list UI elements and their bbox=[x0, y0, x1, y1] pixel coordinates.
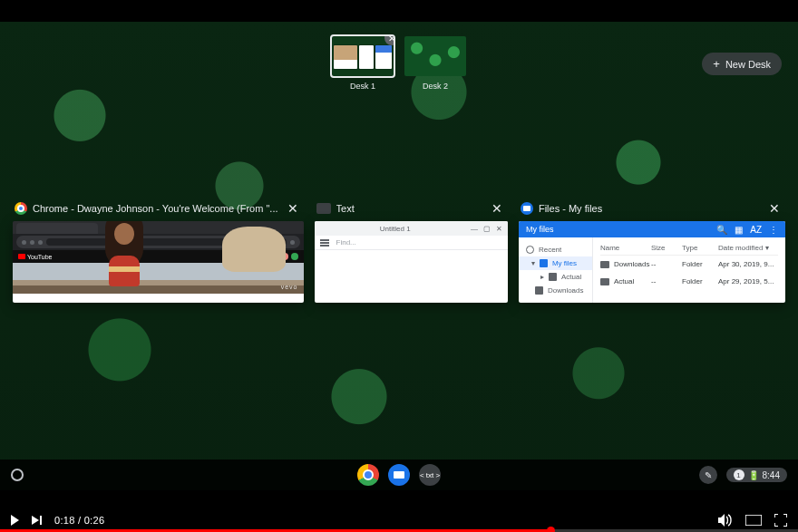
notification-count-badge: 1 bbox=[734, 469, 744, 480]
maximize-icon: ▢ bbox=[483, 225, 491, 233]
play-button[interactable] bbox=[11, 515, 19, 526]
overview-header-text: Text ✕ bbox=[315, 199, 508, 221]
text-window-preview[interactable]: Untitled 1 —▢✕ Find... bbox=[315, 221, 508, 303]
search-icon: 🔍 bbox=[716, 225, 727, 235]
overview-window-chrome[interactable]: Chrome - Dwayne Johnson - You're Welcome… bbox=[13, 199, 304, 303]
files-table-header: Name Size Type Date modified ▾ bbox=[600, 241, 778, 256]
sidebar-item-downloads[interactable]: Downloads bbox=[519, 284, 592, 297]
status-area[interactable]: 1 🔋 8:44 bbox=[726, 468, 787, 482]
folder-icon bbox=[600, 261, 609, 268]
desk-1-thumbnail[interactable]: ✕ bbox=[332, 36, 394, 76]
clock-icon bbox=[526, 246, 534, 254]
desk-1-label: Desk 1 bbox=[332, 82, 394, 91]
shelf-text-icon[interactable]: < txt > bbox=[419, 464, 441, 486]
chrome-icon bbox=[15, 202, 27, 215]
files-table: Name Size Type Date modified ▾ Downloads… bbox=[593, 237, 785, 303]
launcher-button[interactable] bbox=[11, 469, 24, 481]
folder-icon bbox=[600, 278, 609, 285]
table-row[interactable]: Downloads -- Folder Apr 30, 2019, 9... bbox=[600, 256, 778, 273]
overview-title-files: Files - My files bbox=[539, 203, 760, 214]
close-icon: ✕ bbox=[496, 225, 502, 233]
table-row[interactable]: Actual -- Folder Apr 29, 2019, 5... bbox=[600, 273, 778, 290]
new-desk-label: New Desk bbox=[725, 59, 771, 70]
close-files-window-button[interactable]: ✕ bbox=[765, 201, 783, 216]
close-desk-1-button[interactable]: ✕ bbox=[384, 36, 394, 45]
chrome-window-preview[interactable]: YouTube vevo bbox=[13, 221, 304, 303]
overview-title-chrome: Chrome - Dwayne Johnson - You're Welcome… bbox=[33, 203, 278, 214]
overview-window-files[interactable]: Files - My files ✕ My files 🔍 ▦ AZ ⋮ bbox=[519, 199, 785, 303]
desk-strip: ✕ Desk 1 Desk 2 bbox=[0, 36, 798, 109]
desk-2-thumbnail[interactable] bbox=[404, 36, 466, 76]
folder-icon bbox=[549, 273, 557, 281]
text-app-icon bbox=[316, 203, 331, 214]
youtube-logo: YouTube bbox=[18, 254, 53, 260]
find-field: Find... bbox=[336, 238, 356, 247]
progress-scrubber[interactable] bbox=[547, 527, 555, 532]
chromeos-overview-screen: ✕ Desk 1 Desk 2 + New Desk Chrome - Dway… bbox=[0, 22, 798, 490]
files-window-preview[interactable]: My files 🔍 ▦ AZ ⋮ Recent ▾My files ▸Actu bbox=[519, 221, 785, 303]
new-desk-button[interactable]: + New Desk bbox=[702, 53, 782, 75]
files-sidebar: Recent ▾My files ▸Actual Downloads bbox=[519, 237, 593, 303]
desk-1[interactable]: ✕ Desk 1 bbox=[332, 36, 394, 109]
sidebar-item-recent[interactable]: Recent bbox=[519, 243, 592, 256]
next-button[interactable] bbox=[32, 516, 42, 525]
stage: ✕ Desk 1 Desk 2 + New Desk Chrome - Dway… bbox=[0, 0, 798, 532]
text-window-titlebar: Untitled 1 —▢✕ bbox=[315, 221, 508, 236]
chevron-down-icon: ▾ bbox=[526, 259, 535, 267]
stylus-tools-button[interactable]: ✎ bbox=[699, 466, 717, 484]
text-editor-area bbox=[315, 250, 508, 303]
playback-time: 0:18 / 0:26 bbox=[54, 515, 104, 526]
plus-icon: + bbox=[713, 58, 720, 70]
shelf-status-tray[interactable]: ✎ 1 🔋 8:44 bbox=[699, 466, 787, 484]
sidebar-item-myfiles[interactable]: ▾My files bbox=[519, 256, 592, 270]
battery-icon: 🔋 bbox=[748, 470, 759, 480]
video-player-controls: 0:18 / 0:26 bbox=[0, 490, 798, 532]
folder-icon bbox=[535, 286, 543, 295]
close-text-window-button[interactable]: ✕ bbox=[488, 201, 506, 216]
chromeos-shelf: < txt > ✎ 1 🔋 8:44 bbox=[0, 459, 798, 490]
theater-mode-button[interactable] bbox=[745, 515, 762, 526]
chevron-right-icon: ▸ bbox=[535, 273, 544, 281]
desk-2[interactable]: Desk 2 bbox=[404, 36, 466, 109]
menu-icon bbox=[320, 239, 329, 247]
overview-title-text: Text bbox=[336, 203, 482, 214]
shelf-files-icon[interactable] bbox=[388, 464, 410, 486]
svg-rect-0 bbox=[745, 515, 762, 526]
overview-window-text[interactable]: Text ✕ Untitled 1 —▢✕ Find... bbox=[315, 199, 508, 303]
clock: 8:44 bbox=[763, 470, 780, 480]
files-toolbar: My files 🔍 ▦ AZ ⋮ bbox=[519, 221, 785, 237]
sidebar-item-actual[interactable]: ▸Actual bbox=[519, 270, 592, 284]
vevo-watermark: vevo bbox=[281, 284, 298, 290]
video-frame: vevo bbox=[13, 263, 304, 294]
sort-icon: AZ bbox=[750, 225, 762, 235]
desk-2-label: Desk 2 bbox=[404, 82, 466, 91]
volume-button[interactable] bbox=[718, 514, 733, 527]
text-toolbar: Find... bbox=[315, 236, 508, 250]
files-breadcrumb: My files bbox=[526, 225, 711, 234]
shelf-pinned-apps: < txt > bbox=[357, 464, 441, 486]
folder-icon bbox=[540, 259, 548, 267]
more-icon: ⋮ bbox=[769, 225, 778, 235]
grid-view-icon: ▦ bbox=[735, 225, 743, 235]
text-doc-title: Untitled 1 bbox=[320, 225, 471, 233]
close-chrome-window-button[interactable]: ✕ bbox=[284, 201, 302, 216]
fullscreen-button[interactable] bbox=[774, 514, 787, 527]
overview-header-chrome: Chrome - Dwayne Johnson - You're Welcome… bbox=[13, 199, 304, 221]
sort-desc-icon: ▾ bbox=[765, 244, 769, 252]
minimize-icon: — bbox=[471, 225, 478, 233]
overview-windows-row: Chrome - Dwayne Johnson - You're Welcome… bbox=[13, 199, 785, 303]
files-app-icon bbox=[521, 202, 533, 215]
overview-header-files: Files - My files ✕ bbox=[519, 199, 785, 221]
shelf-chrome-icon[interactable] bbox=[357, 464, 379, 486]
